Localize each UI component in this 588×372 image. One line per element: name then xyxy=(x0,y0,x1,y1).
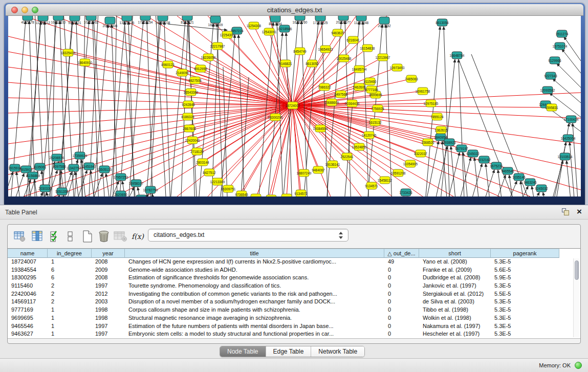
network-window-titlebar[interactable]: citations_edges.txt xyxy=(6,4,583,16)
table-mode-icon[interactable] xyxy=(13,229,27,244)
graph-node[interactable]: 9129966 xyxy=(548,57,561,64)
graph-node[interactable]: 11350612 xyxy=(36,16,51,25)
table-row[interactable]: 1872400712008Changes of HCN gene express… xyxy=(8,258,572,266)
graph-node[interactable]: 1733426 xyxy=(399,189,412,196)
graph-node[interactable]: 2867608 xyxy=(183,125,196,132)
graph-node[interactable]: 4035578 xyxy=(21,16,34,24)
graph-node[interactable]: 17100424 xyxy=(564,116,579,123)
graph-node[interactable]: 15458112 xyxy=(378,177,393,184)
graph-node[interactable]: 7254042 xyxy=(265,195,278,196)
graph-node[interactable]: 16033809 xyxy=(208,16,223,27)
graph-node[interactable]: 9463627 xyxy=(331,29,344,36)
graph-node[interactable]: 16782759 xyxy=(143,186,158,193)
graph-node[interactable]: 10025488 xyxy=(337,55,352,62)
graph-node[interactable]: 2718120 xyxy=(190,148,204,155)
graph-node[interactable]: 11342757 xyxy=(67,164,81,171)
graph-node[interactable]: 7462606 xyxy=(353,83,366,91)
graph-node[interactable]: 9134572 xyxy=(294,190,308,196)
graph-node[interactable]: 11054905 xyxy=(403,160,418,167)
graph-node[interactable]: 1930216 xyxy=(135,195,148,196)
graph-node[interactable]: 16958108 xyxy=(156,16,170,25)
graph-node[interactable]: 9777169 xyxy=(365,86,378,93)
graph-node[interactable]: 18325419 xyxy=(61,49,76,56)
graph-node[interactable]: 12543091 xyxy=(262,28,277,35)
graph-node[interactable]: 9134571 xyxy=(365,182,378,189)
graph-node[interactable]: 8813054 xyxy=(269,16,282,26)
graph-node[interactable]: 8960123 xyxy=(161,61,175,68)
function-builder-icon[interactable]: f(x) xyxy=(130,229,145,244)
graph-node[interactable]: 12093582 xyxy=(540,86,555,94)
graph-node[interactable]: 1362615 xyxy=(434,126,448,134)
graph-node[interactable]: 6497568 xyxy=(334,91,347,98)
graph-node[interactable]: 19218586 xyxy=(277,25,292,32)
float-window-icon[interactable] xyxy=(562,208,570,216)
memory-ok-indicator[interactable] xyxy=(575,362,582,369)
graph-node[interactable]: 1568520 xyxy=(421,139,434,146)
graph-node[interactable]: 5051355 xyxy=(55,188,69,195)
graph-node[interactable]: 2803144 xyxy=(196,159,209,166)
graph-node[interactable]: 12213967 xyxy=(376,54,390,61)
graph-node[interactable]: 18226058 xyxy=(201,54,216,61)
graph-node[interactable]: 18640910 xyxy=(78,59,93,66)
graph-node[interactable]: 20691406 xyxy=(103,17,118,28)
graph-node[interactable]: 9463246 xyxy=(524,179,537,186)
graph-node[interactable]: 11451948 xyxy=(354,16,369,25)
graph-node[interactable]: 15751074 xyxy=(553,42,568,50)
column-header-indegree[interactable]: in_degree xyxy=(48,249,92,258)
graph-node[interactable]: 9115460 xyxy=(364,78,377,85)
graph-node[interactable]: 16543382 xyxy=(184,89,199,96)
table-row[interactable]: 977716911998Corpus callosum shape and si… xyxy=(8,306,572,314)
graph-node[interactable]: 8556743 xyxy=(249,194,263,196)
table-row[interactable]: 969969511998Structural magnetic resonanc… xyxy=(8,314,572,322)
table-row[interactable]: 1830029562008Estimation of significance … xyxy=(8,274,572,282)
graph-node[interactable]: 7855124 xyxy=(430,113,444,120)
table-row[interactable]: 1938455462009Genome-wide association stu… xyxy=(8,266,572,274)
table-vertical-scrollbar[interactable] xyxy=(573,258,579,337)
graph-node[interactable]: 10591208 xyxy=(391,169,406,177)
graph-node[interactable]: 1595831 xyxy=(545,104,558,111)
table-selector-dropdown[interactable]: citations_edges.txt xyxy=(148,229,349,242)
graph-node[interactable]: 9465546 xyxy=(501,167,514,174)
graph-node[interactable]: 17957253 xyxy=(114,173,128,181)
graph-node[interactable]: 8475039 xyxy=(280,194,293,196)
graph-node[interactable]: 8613054 xyxy=(435,19,449,26)
delete-table-icon[interactable] xyxy=(113,229,127,244)
network-view-window[interactable]: citations_edges.txt 40355781135061216033… xyxy=(4,3,585,205)
graph-node[interactable]: 17359924 xyxy=(73,152,88,159)
graph-node[interactable]: 9242848 xyxy=(182,101,195,108)
table-header-row[interactable]: namein_degreeyeartitle△ out_de...shortpa… xyxy=(8,249,559,258)
graph-node[interactable]: 17957254 xyxy=(138,16,153,24)
graph-node[interactable]: 1511274 xyxy=(556,30,569,37)
graph-node[interactable]: 16033810 xyxy=(51,16,66,24)
close-panel-icon[interactable]: × xyxy=(577,207,582,217)
table-body[interactable]: 1872400712008Changes of HCN gene express… xyxy=(8,258,572,338)
column-visibility-icon[interactable] xyxy=(30,229,45,244)
graph-node[interactable]: 1135061 xyxy=(34,163,47,170)
graph-node[interactable]: 9827508 xyxy=(188,77,202,84)
graph-node[interactable]: 9245022 xyxy=(466,150,480,157)
selection-mode-icon[interactable] xyxy=(48,229,62,244)
graph-node[interactable]: 2522541 xyxy=(340,153,354,160)
graph-node[interactable]: 9227343 xyxy=(544,72,557,79)
graph-node[interactable]: 11156869 xyxy=(26,172,40,179)
column-header-outde[interactable]: △ out_de... xyxy=(384,249,419,258)
graph-node[interactable]: 8454749 xyxy=(293,48,307,55)
graph-node[interactable]: 12213389 xyxy=(210,178,225,185)
graph-node[interactable]: 16961758 xyxy=(416,87,430,95)
graph-node[interactable]: 2030339 xyxy=(38,185,52,192)
graph-node[interactable]: 11451947 xyxy=(82,163,97,170)
table-row[interactable]: 946554611997Estimation of the future num… xyxy=(8,322,572,331)
graph-node[interactable]: 10973493 xyxy=(390,64,405,71)
graph-node[interactable]: 2620650 xyxy=(114,191,127,196)
column-header-short[interactable]: short xyxy=(419,249,491,258)
graph-node[interactable]: 14120746 xyxy=(362,132,377,139)
network-canvas[interactable]: 4035578113506121603381092450211035146220… xyxy=(8,16,581,196)
graph-node[interactable]: 8912955 xyxy=(194,65,207,72)
graph-node[interactable]: 18807249 xyxy=(297,169,312,177)
table-row[interactable]: 946362711997Embryonic stem cells: a mode… xyxy=(8,330,572,338)
graph-node[interactable]: 12217987 xyxy=(210,42,225,50)
tab-node-table[interactable]: Node Table xyxy=(220,346,266,357)
graph-node[interactable]: 6679197 xyxy=(455,145,468,152)
graph-node[interactable]: 17359925 xyxy=(313,16,328,25)
column-header-pagerank[interactable]: pagerank xyxy=(491,249,559,258)
